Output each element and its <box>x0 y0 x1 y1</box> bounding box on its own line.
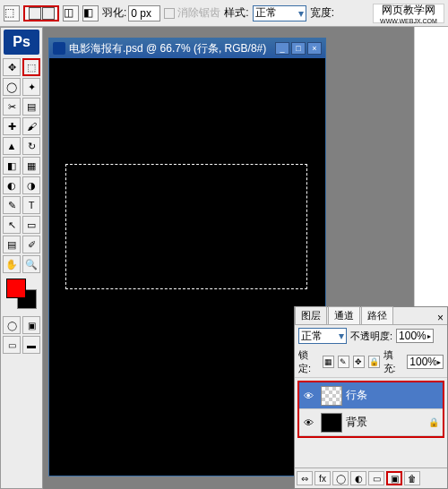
quickmask-icon[interactable]: ◯ <box>3 316 21 334</box>
type-tool[interactable]: T <box>22 196 40 214</box>
layer-list: 👁 行条 👁 背景 🔒 <box>297 381 444 438</box>
eyedropper-tool[interactable]: ✐ <box>22 236 40 253</box>
layer-name[interactable]: 背景 <box>346 415 367 430</box>
mode-std-icon[interactable]: ▭ <box>3 336 21 354</box>
lock-pos-icon[interactable]: ✥ <box>353 356 365 368</box>
color-swatch[interactable] <box>4 279 39 309</box>
brush-tool[interactable]: 🖌 <box>22 117 40 135</box>
watermark-text: 网页教学网 <box>382 3 435 18</box>
feather-control: 羽化: <box>102 5 160 21</box>
lasso-tool[interactable]: ◯ <box>3 78 21 96</box>
blur-tool[interactable]: ◐ <box>3 176 21 194</box>
document-title: 电影海报有.psd @ 66.7% (行条, RGB/8#) <box>69 41 266 56</box>
path-tool[interactable]: ↖ <box>3 216 21 234</box>
selection-intersect-icon[interactable]: ◫ <box>63 5 79 21</box>
panel-tabs: 图层 通道 路径 × <box>295 307 447 325</box>
layer-row[interactable]: 👁 行条 <box>299 382 443 409</box>
tab-paths[interactable]: 路径 <box>361 306 393 324</box>
style-select[interactable]: 正常 <box>253 5 306 21</box>
antialias-checkbox: 消除锯齿 <box>164 5 220 21</box>
style-label: 样式: <box>224 5 248 21</box>
minimize-button[interactable]: _ <box>275 42 289 55</box>
screenmode-icon[interactable]: ▣ <box>22 316 40 334</box>
feather-label: 羽化: <box>102 5 126 21</box>
group-icon[interactable]: ▭ <box>368 471 384 485</box>
selection-mode-group[interactable] <box>23 5 59 21</box>
selection-add-icon <box>29 7 41 20</box>
ps-logo: Ps <box>4 30 39 55</box>
visibility-icon[interactable]: 👁 <box>299 390 317 401</box>
pen-tool[interactable]: ✎ <box>3 196 21 214</box>
close-button[interactable]: × <box>307 42 322 55</box>
style-value: 正常 <box>255 5 277 21</box>
foreground-color[interactable] <box>6 279 26 298</box>
notes-tool[interactable]: ▤ <box>3 236 21 253</box>
panel-menu-icon[interactable]: × <box>434 312 447 324</box>
layer-list-empty <box>295 441 447 468</box>
side-whitespace <box>414 27 448 322</box>
dodge-tool[interactable]: ◑ <box>22 176 40 194</box>
opacity-input[interactable]: 100% <box>396 329 434 343</box>
eraser-tool[interactable]: ◧ <box>3 157 21 175</box>
fill-input[interactable]: 100% <box>407 355 444 369</box>
fill-value: 100% <box>409 356 437 368</box>
layer-thumbnail[interactable] <box>321 386 342 406</box>
new-layer-icon[interactable]: ▣ <box>386 471 402 485</box>
link-layers-icon[interactable]: ⇔ <box>297 471 313 485</box>
layer-row[interactable]: 👁 背景 🔒 <box>299 409 443 436</box>
move-tool[interactable]: ✥ <box>3 58 21 76</box>
width-label: 宽度: <box>310 5 334 21</box>
tab-channels[interactable]: 通道 <box>328 306 360 324</box>
selection-overlap-icon[interactable]: ◧ <box>82 5 99 21</box>
mode-full-icon[interactable]: ▬ <box>22 336 40 354</box>
tab-layers[interactable]: 图层 <box>295 306 327 324</box>
selection-subtract-icon <box>42 7 55 20</box>
opacity-value: 100% <box>399 330 426 342</box>
fx-icon[interactable]: fx <box>314 471 331 485</box>
marquee-tool[interactable]: ⬚ <box>22 58 40 76</box>
antialias-label: 消除锯齿 <box>177 6 220 19</box>
layers-footer: ⇔ fx ◯ ◐ ▭ ▣ 🗑 <box>295 468 447 488</box>
heal-tool[interactable]: ✚ <box>3 117 21 135</box>
feather-input[interactable] <box>128 5 160 21</box>
layers-panel: 图层 通道 路径 × 正常 不透明度: 100% 锁定: ▦ ✎ ✥ 🔒 填充:… <box>294 306 448 489</box>
crop-tool[interactable]: ✂ <box>3 98 21 116</box>
lock-paint-icon[interactable]: ✎ <box>338 356 349 368</box>
watermark: 网页教学网 WWW.WEBJX.COM <box>373 4 444 23</box>
opacity-label: 不透明度: <box>350 330 392 343</box>
delete-layer-icon[interactable]: 🗑 <box>404 471 420 485</box>
layer-thumbnail[interactable] <box>321 413 342 433</box>
zoom-tool[interactable]: 🔍 <box>22 255 40 273</box>
document-window: 电影海报有.psd @ 66.7% (行条, RGB/8#) _ □ × <box>48 38 326 476</box>
lock-label: 锁定: <box>298 348 319 375</box>
layer-name[interactable]: 行条 <box>346 388 367 403</box>
blend-mode-value: 正常 <box>301 329 323 344</box>
selection-new-icon[interactable]: ⬚ <box>4 5 20 21</box>
slice-tool[interactable]: ▤ <box>22 98 40 116</box>
shape-tool[interactable]: ▭ <box>22 216 40 234</box>
visibility-icon[interactable]: 👁 <box>299 417 317 428</box>
adjustment-icon[interactable]: ◐ <box>350 471 366 485</box>
title-bar: 电影海报有.psd @ 66.7% (行条, RGB/8#) _ □ × <box>49 39 325 58</box>
fill-label: 填充: <box>383 348 404 375</box>
mask-icon[interactable]: ◯ <box>332 471 349 485</box>
selection-marquee <box>65 164 307 289</box>
lock-trans-icon[interactable]: ▦ <box>323 356 334 368</box>
gradient-tool[interactable]: ▦ <box>22 157 40 175</box>
lock-icon: 🔒 <box>428 417 439 427</box>
hand-tool[interactable]: ✋ <box>3 255 21 273</box>
doc-icon <box>53 42 65 55</box>
wand-tool[interactable]: ✦ <box>22 78 40 96</box>
stamp-tool[interactable]: ▲ <box>3 137 21 155</box>
blend-mode-select[interactable]: 正常 <box>298 328 347 344</box>
watermark-url: WWW.WEBJX.COM <box>380 18 437 24</box>
history-brush-tool[interactable]: ↻ <box>22 137 40 155</box>
lock-all-icon[interactable]: 🔒 <box>368 356 380 368</box>
maximize-button[interactable]: □ <box>291 42 306 55</box>
toolbox: Ps ✥ ⬚ ◯ ✦ ✂ ▤ ✚ 🖌 ▲ ↻ ◧ ▦ ◐ ◑ ✎ T ↖ ▭ ▤… <box>0 27 43 489</box>
